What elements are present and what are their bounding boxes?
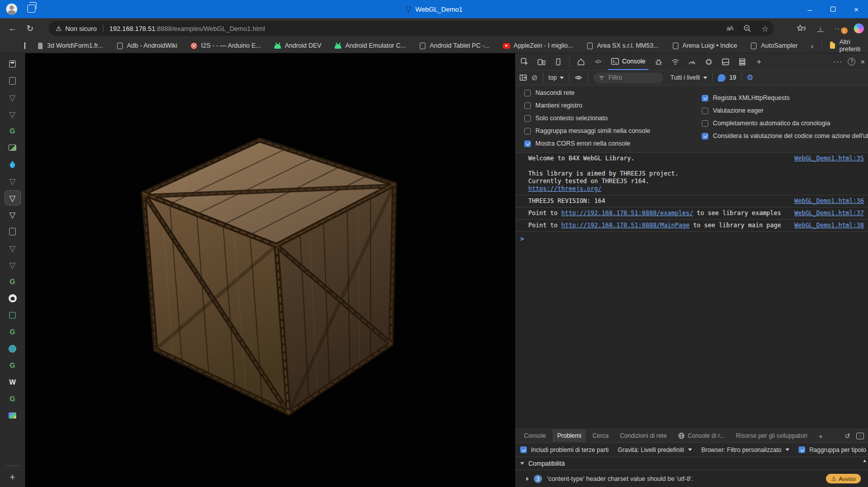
- console-filter[interactable]: [593, 73, 663, 83]
- webgl-triangle-icon[interactable]: ▽: [7, 209, 18, 220]
- checkbox[interactable]: [702, 95, 708, 101]
- chevron-collapsed-icon[interactable]: [526, 477, 529, 481]
- third-party-checkbox-row[interactable]: Includi problemi di terze parti: [520, 446, 608, 454]
- checkbox[interactable]: [524, 141, 531, 147]
- tab-performance-gauge-icon[interactable]: [685, 55, 699, 68]
- webgl-canvas[interactable]: [26, 53, 515, 487]
- device-frame-icon[interactable]: [552, 55, 565, 68]
- filter-input[interactable]: [608, 74, 654, 81]
- google-g-icon[interactable]: G: [7, 326, 18, 337]
- browser-filter-dropdown[interactable]: Browser: Filtro personalizzato: [701, 446, 789, 454]
- source-link[interactable]: WebGL_Demo1.html:35: [794, 155, 864, 162]
- setting-checkbox-row[interactable]: Registra XMLHttpRequests: [702, 94, 789, 101]
- group-checkbox-row[interactable]: Raggruppa per tipolo: [799, 446, 866, 454]
- favorites-bar-icon[interactable]: [797, 24, 806, 32]
- bookmark-item[interactable]: AutoSampler: [750, 42, 798, 49]
- collections-icon[interactable]: [24, 42, 25, 49]
- bookmark-item[interactable]: Android Tablet PC -...: [419, 42, 490, 49]
- setting-checkbox-row[interactable]: Mantieni registro: [524, 102, 582, 109]
- browser-tab[interactable]: ▽ WebGL_Demo1: [0, 0, 868, 18]
- drawer-tab-console[interactable]: Console: [519, 430, 551, 442]
- tab-elements-icon[interactable]: </>: [591, 55, 604, 68]
- tab-application-storage-icon[interactable]: [719, 55, 732, 68]
- drawer-tab-problemi[interactable]: Problemi: [553, 430, 586, 442]
- photo-icon[interactable]: [7, 410, 18, 421]
- tab-layers-icon[interactable]: [736, 55, 749, 68]
- source-link[interactable]: WebGL_Demo1.html:37: [794, 210, 864, 217]
- checkbox[interactable]: [702, 133, 708, 140]
- translate-icon[interactable]: aA: [727, 25, 733, 32]
- checkbox[interactable]: [524, 90, 531, 96]
- dock-drawer-icon[interactable]: ↓: [856, 433, 864, 439]
- setting-checkbox-row[interactable]: Completamento automatico da cronologia: [702, 120, 830, 127]
- log-levels-selector[interactable]: Tutti i livelli: [670, 74, 707, 81]
- messages-bubble-icon[interactable]: [718, 74, 726, 82]
- webgl-triangle-icon[interactable]: ▽: [7, 92, 18, 103]
- setting-checkbox-row[interactable]: Raggruppa messaggi simili nella console: [524, 127, 650, 134]
- checkbox[interactable]: [524, 128, 531, 134]
- google-g-icon[interactable]: G: [7, 125, 18, 136]
- webgl-triangle-icon[interactable]: ▽: [7, 242, 18, 254]
- clear-console-icon[interactable]: ⊘: [531, 73, 538, 82]
- examples-link[interactable]: http://192.168.178.51:8888/examples/: [561, 210, 693, 217]
- threejs-link[interactable]: https://threejs.org/: [528, 185, 678, 193]
- bookmark-item[interactable]: Android Emulator C...: [335, 42, 406, 49]
- scroll-up-arrow-icon[interactable]: ▲: [862, 458, 867, 487]
- google-g-icon[interactable]: G: [7, 276, 18, 287]
- devtools-help-icon[interactable]: ?: [848, 58, 855, 65]
- webgl-triangle-icon[interactable]: ▽: [7, 259, 18, 270]
- compatibility-section-header[interactable]: Compatibilità ▲: [515, 457, 868, 470]
- copilot-icon[interactable]: [854, 23, 864, 33]
- setting-checkbox-row[interactable]: Solo contesto selezionato: [524, 115, 607, 122]
- tab-debugger-bug-icon[interactable]: [652, 55, 665, 68]
- source-link[interactable]: WebGL_Demo1.html:38: [794, 222, 864, 229]
- back-button[interactable]: ←: [4, 21, 21, 36]
- zoom-icon[interactable]: [743, 24, 751, 32]
- tab-welcome-home-icon[interactable]: [574, 55, 588, 68]
- drawer-tab-condizioni-rete[interactable]: Condizioni di rete: [615, 430, 671, 442]
- address-bar[interactable]: ⚠ Non sicuro 192.168.178.51:8888/example…: [49, 21, 774, 36]
- console-input-row[interactable]: >: [515, 232, 868, 245]
- checkbox[interactable]: [520, 446, 527, 453]
- bookmark-item[interactable]: I2S - - — Arduino E...: [191, 42, 261, 49]
- add-sidebar-item-button[interactable]: +: [7, 472, 18, 483]
- document-icon[interactable]: [7, 75, 18, 86]
- bookmark-item[interactable]: Android DEV: [274, 42, 321, 49]
- bookmark-item[interactable]: Area SX s.r.l. MM53...: [586, 42, 659, 49]
- context-selector[interactable]: top: [549, 74, 564, 81]
- setting-checkbox-row[interactable]: Nascondi rete: [524, 89, 574, 96]
- webgl-triangle-icon[interactable]: ▽: [7, 176, 18, 187]
- tab-console[interactable]: Console: [608, 53, 648, 70]
- setting-checkbox-row[interactable]: Valutazione eager: [702, 107, 764, 114]
- severity-dropdown[interactable]: Gravità: Livelli predefiniti: [618, 446, 692, 454]
- maximize-button[interactable]: [821, 0, 845, 18]
- checkbox[interactable]: [702, 120, 708, 127]
- drawer-add-tab-button[interactable]: +: [814, 429, 827, 443]
- history-icon[interactable]: ↺: [845, 432, 850, 440]
- webgl-triangle-active-icon[interactable]: ▽: [5, 190, 21, 205]
- google-g-icon[interactable]: G: [7, 360, 18, 371]
- tab-memory-chip-icon[interactable]: [702, 55, 715, 68]
- drawer-tab-risorse[interactable]: Risorse per gli sviluppatori: [732, 430, 812, 442]
- reload-button[interactable]: ↻: [21, 21, 39, 36]
- devtools-close-icon[interactable]: ×: [860, 57, 865, 66]
- favorite-star-icon[interactable]: ☆: [762, 24, 769, 33]
- package-icon[interactable]: [7, 309, 18, 321]
- devtools-more-icon[interactable]: ···: [833, 57, 843, 66]
- console-sidebar-icon[interactable]: [519, 74, 527, 82]
- checkbox[interactable]: [524, 102, 531, 109]
- drawer-tab-console-rendering[interactable]: Console di r...: [673, 430, 729, 442]
- bookmark-item[interactable]: Adb - AndroidWiki: [116, 42, 177, 49]
- drawer-tab-cerca[interactable]: Cerca: [588, 430, 613, 442]
- browser-menu-icon[interactable]: ···↑: [835, 24, 843, 32]
- source-link[interactable]: WebGL_Demo1.html:36: [794, 197, 864, 204]
- bookmark-item[interactable]: Arena Luigi • Indice: [672, 42, 737, 49]
- issue-row[interactable]: 3 'content-type' header charset value sh…: [515, 470, 868, 487]
- bookmarks-overflow-chevron-icon[interactable]: ›: [811, 42, 813, 50]
- bookmark-item[interactable]: 3d World\Form1.fr...: [37, 42, 103, 49]
- console-settings-gear-icon[interactable]: ⚙: [747, 73, 753, 82]
- security-chip[interactable]: ⚠ Non sicuro: [56, 25, 97, 32]
- tab-actions-icon[interactable]: [7, 58, 18, 69]
- flame-icon[interactable]: [7, 159, 18, 170]
- github-icon[interactable]: [7, 293, 18, 304]
